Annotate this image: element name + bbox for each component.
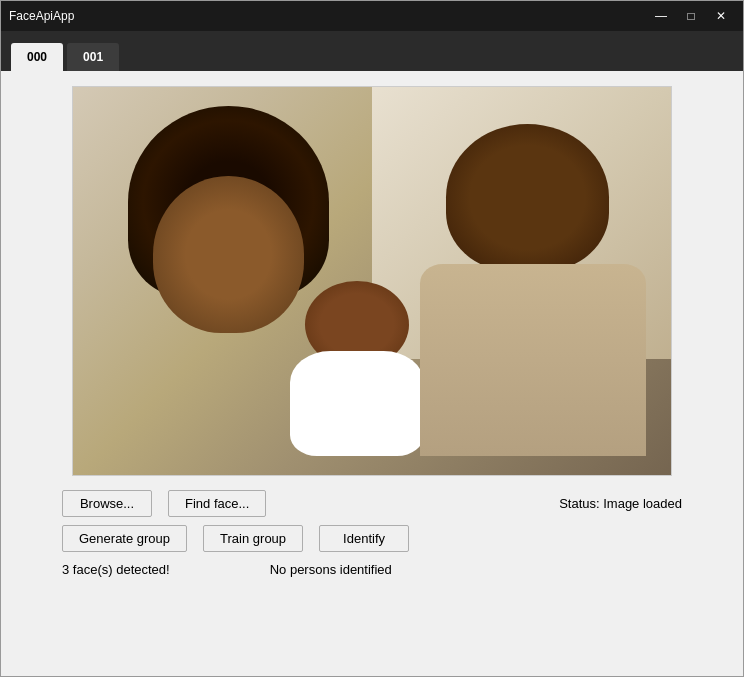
generate-group-button[interactable]: Generate group — [62, 525, 187, 552]
tab-001[interactable]: 001 — [67, 43, 119, 71]
find-face-button[interactable]: Find face... — [168, 490, 266, 517]
button-row-2: Generate group Train group Identify — [62, 525, 682, 552]
close-button[interactable]: ✕ — [707, 6, 735, 26]
browse-button[interactable]: Browse... — [62, 490, 152, 517]
family-photo — [73, 87, 671, 475]
tab-000[interactable]: 000 — [11, 43, 63, 71]
content-area: Browse... Find face... Status: Image loa… — [1, 71, 743, 676]
window-controls: — □ ✕ — [647, 6, 735, 26]
person-right-head — [446, 124, 609, 271]
tabs-row: 000 001 — [1, 31, 743, 71]
maximize-button[interactable]: □ — [677, 6, 705, 26]
app-title: FaceApiApp — [9, 9, 74, 23]
title-bar: FaceApiApp — □ ✕ — [1, 1, 743, 31]
baby-body — [290, 351, 425, 456]
person-right — [408, 106, 659, 455]
identify-button[interactable]: Identify — [319, 525, 409, 552]
photo-display — [72, 86, 672, 476]
train-group-button[interactable]: Train group — [203, 525, 303, 552]
person-right-body — [420, 264, 646, 456]
person-left-face — [153, 176, 304, 333]
app-window: FaceApiApp — □ ✕ 000 001 — [0, 0, 744, 677]
status-label: Status: Image loaded — [559, 496, 682, 511]
info-row: 3 face(s) detected! No persons identifie… — [62, 562, 682, 577]
minimize-button[interactable]: — — [647, 6, 675, 26]
persons-identified-text: No persons identified — [270, 562, 392, 577]
faces-detected-text: 3 face(s) detected! — [62, 562, 170, 577]
button-row-1: Browse... Find face... Status: Image loa… — [62, 490, 682, 517]
